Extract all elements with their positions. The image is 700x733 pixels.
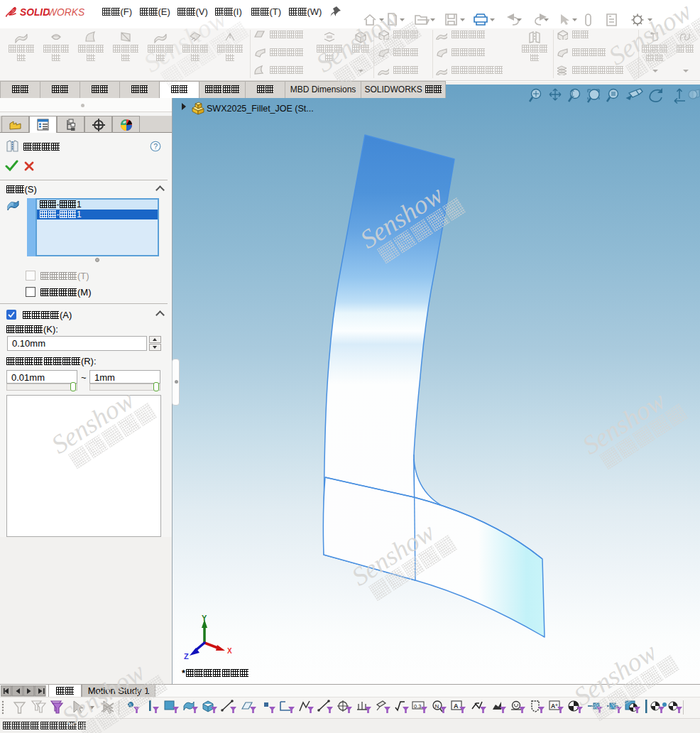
svg-text:SOLID: SOLID (20, 7, 50, 18)
svg-text:WORKS: WORKS (48, 7, 85, 18)
svg-text:0.3: 0.3 (414, 703, 421, 710)
svg-text:A°: A° (551, 702, 558, 710)
svg-text:Y: Y (202, 614, 207, 622)
svg-text:Z: Z (184, 652, 189, 661)
svg-text:N: N (435, 703, 439, 710)
svg-text:X: X (227, 647, 232, 655)
svg-text:?: ? (153, 142, 158, 151)
